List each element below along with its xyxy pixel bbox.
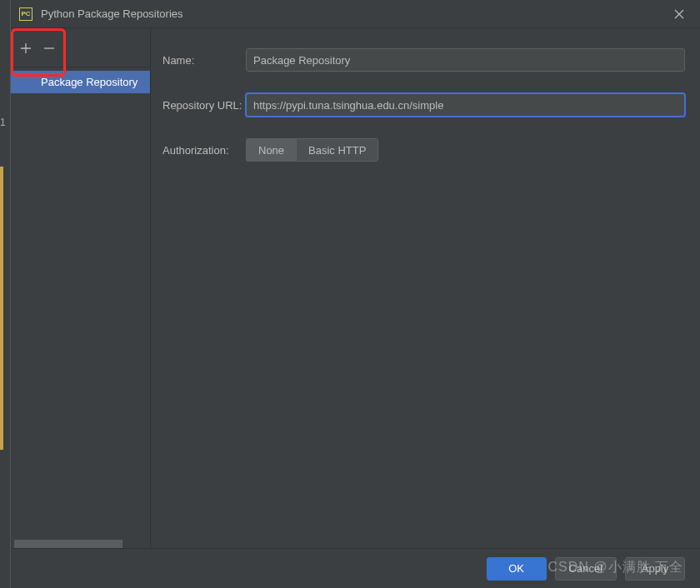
sidebar-horizontal-scrollbar[interactable] (14, 540, 122, 548)
close-button[interactable] (667, 2, 692, 27)
name-input[interactable] (246, 48, 685, 72)
auth-option-none[interactable]: None (246, 138, 296, 162)
repository-url-input[interactable] (246, 93, 685, 117)
sidebar-toolbar (11, 28, 150, 63)
repository-details-panel: Name: Repository URL: Authorization: Non… (151, 28, 700, 548)
name-row: Name: (162, 48, 685, 72)
python-package-repositories-dialog: PC Python Package Repositories Package R… (10, 0, 700, 588)
dialog-footer: OK Cancel Apply (11, 548, 700, 588)
authorization-segmented-control: None Basic HTTP (246, 138, 378, 162)
dialog-title: Python Package Repositories (41, 7, 667, 20)
add-repository-button[interactable] (16, 38, 36, 58)
background-token: 1 (0, 117, 6, 128)
ok-button[interactable]: OK (487, 557, 547, 581)
sidebar-item-label: Package Repository (41, 76, 138, 88)
minus-icon (43, 42, 55, 54)
authorization-label: Authorization: (162, 144, 246, 157)
content-area: Package Repository Name: Repository URL:… (11, 28, 700, 548)
url-row: Repository URL: (162, 93, 685, 117)
background-highlight-bar (0, 167, 3, 450)
pycharm-icon: PC (19, 7, 32, 21)
plus-icon (20, 42, 32, 54)
repositories-sidebar: Package Repository (11, 28, 151, 548)
sidebar-item-package-repository[interactable]: Package Repository (11, 71, 150, 93)
name-label: Name: (162, 54, 246, 67)
sidebar-divider (11, 67, 150, 67)
auth-option-basic-http-label: Basic HTTP (308, 144, 366, 157)
remove-repository-button[interactable] (39, 38, 59, 58)
titlebar: PC Python Package Repositories (11, 0, 700, 28)
authorization-row: Authorization: None Basic HTTP (162, 138, 685, 162)
auth-option-basic-http[interactable]: Basic HTTP (296, 138, 378, 162)
auth-option-none-label: None (258, 144, 284, 157)
close-icon (674, 9, 684, 19)
url-label: Repository URL: (162, 99, 246, 112)
apply-button[interactable]: Apply (625, 557, 685, 581)
cancel-button[interactable]: Cancel (555, 557, 617, 581)
